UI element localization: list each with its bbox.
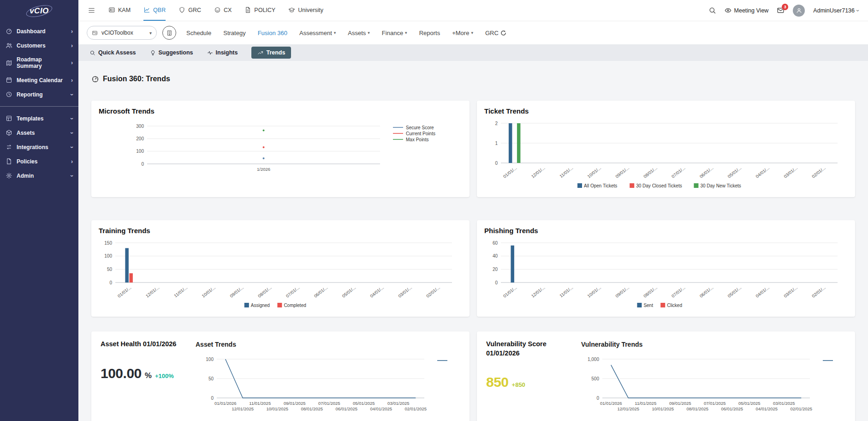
x-axis-labels: 01/01/202612/01/202511/01/202510/01/2025… [214,401,427,411]
sidebar-item-dashboard[interactable]: Dashboard › [0,24,78,38]
sidebar-item-templates[interactable]: Templates › [0,111,78,126]
svg-text:06/01/...: 06/01/... [699,285,714,299]
sidebar-item-reporting[interactable]: Reporting › [0,87,78,102]
sidebar-item-customers[interactable]: Customers › [0,38,78,53]
tab-qbr[interactable]: QBR [143,0,166,21]
hamburger-menu-icon[interactable] [88,6,95,14]
svg-text:09/01/2025: 09/01/2025 [669,401,691,406]
svg-text:0: 0 [495,280,498,285]
svg-text:1: 1 [495,141,498,146]
svg-text:02/01/2025: 02/01/2025 [790,406,812,411]
svg-text:10/01/...: 10/01/... [586,285,602,299]
svg-text:09/01/2025: 09/01/2025 [284,401,306,406]
app-logo[interactable]: vCIO [0,0,78,22]
svg-text:100: 100 [104,253,112,259]
subnav-link-schedule[interactable]: Schedule [186,30,211,36]
workspace-icon-button[interactable] [162,26,176,40]
stat-value-row: 850 +850 [486,374,581,390]
subnav-link-assessment[interactable]: Assessment▾ [299,30,336,36]
chevron-down-icon: ▾ [405,30,407,35]
page-title-text: Fusion 360: Trends [103,75,170,83]
dashboard-icon [6,28,12,35]
templates-icon [6,115,12,122]
insights-button[interactable]: Insights [207,49,238,56]
trends-button[interactable]: Trends [251,47,291,59]
chevron-right-icon: › [71,159,73,164]
subnav-link-more[interactable]: +More▾ [452,30,473,36]
sidebar-item-roadmap-summary[interactable]: Roadmap Summary › [0,53,78,73]
svg-text:08/01/...: 08/01/... [642,285,658,299]
phishing-trends-chart: 020406001/01/...12/01/...11/01/...10/01/… [484,237,848,310]
svg-text:05/01/...: 05/01/... [726,285,742,299]
quick-assess-button[interactable]: Quick Assess [89,49,136,56]
sidebar-item-meeting-calendar[interactable]: Meeting Calendar › [0,73,78,87]
sidebar-item-integrations[interactable]: Integrations › [0,140,78,154]
tab-cx[interactable]: CX [214,0,232,21]
svg-text:Secure Score: Secure Score [406,125,434,130]
microsoft-trends-card: Microsoft Trends 01002003001/2026Secure … [91,101,470,197]
notifications-button[interactable]: 3 [777,6,785,14]
sidebar-item-label: Admin [17,173,34,179]
svg-text:12/01/...: 12/01/... [530,165,546,179]
vulnerability-stat: Vulnerability Score 01/01/2026 850 +850 [484,338,581,421]
legend: SentClicked [637,303,682,308]
chart-section-title: Vulnerability Trends [581,341,848,348]
sidebar: vCIO Dashboard › Customers › Roadmap Sum… [0,0,78,421]
bar [509,123,512,163]
sidebar-item-label: Meeting Calendar [17,77,63,84]
x-axis-labels: 01/01/...12/01/...11/01/...10/01/...09/0… [502,165,826,179]
point [263,146,265,148]
svg-text:0: 0 [211,396,214,401]
svg-text:10/01/...: 10/01/... [586,165,602,179]
avatar[interactable] [793,5,805,17]
toolbox-selector[interactable]: vCIOToolbox ▾ [87,26,157,40]
chevron-down-icon: ▾ [334,30,336,35]
meeting-view-toggle[interactable]: Meeting View [725,7,769,14]
training-trends-chart: 05010015001/01/...12/01/...11/01/...10/0… [99,237,462,310]
svg-text:03/01/2025: 03/01/2025 [387,401,410,406]
tab-policy[interactable]: POLICY [244,0,275,21]
sidebar-item-assets[interactable]: Assets › [0,126,78,140]
tab-label: CX [224,7,232,13]
subnav-link-finance[interactable]: Finance▾ [382,30,407,36]
asset-health-value: 100.00 [101,366,142,381]
subnav-link-assets[interactable]: Assets▾ [348,30,370,36]
svg-text:50: 50 [208,376,214,381]
subnav-link-fusion-360[interactable]: Fusion 360 [258,30,287,36]
topbar-right: Meeting View 3 AdminUser7136 › [708,5,859,17]
tab-university[interactable]: University [288,0,323,21]
svg-text:04/01/...: 04/01/... [755,165,770,179]
suggestions-button[interactable]: Suggestions [150,49,193,56]
tab-grc[interactable]: GRC [178,0,201,21]
vulnerability-score-delta: +850 [512,381,525,388]
tab-label: KAM [118,7,131,13]
svg-text:06/01/...: 06/01/... [313,285,329,299]
chevron-down-icon: ▾ [368,30,370,35]
subnav-link-reports[interactable]: Reports [419,30,440,36]
sidebar-item-policies[interactable]: Policies › [0,154,78,168]
phishing-trends-card: Phishing Trends 020406001/01/...12/01/..… [477,220,855,317]
svg-text:12/01/...: 12/01/... [145,285,161,299]
svg-text:Assigned: Assigned [251,303,270,308]
subnav-link-strategy[interactable]: Strategy [223,30,245,36]
chevron-right-icon: › [71,78,73,83]
microsoft-trends-chart: 01002003001/2026Secure ScoreCurrent Poin… [99,118,462,178]
subnav-link-grc[interactable]: GRC [485,30,506,36]
y-axis: 050100150 [104,241,452,285]
chevron-right-icon: › [71,60,73,66]
svg-text:100: 100 [206,357,214,362]
user-menu[interactable]: AdminUser7136 › [813,7,859,14]
stat-title: Asset Health 01/01/2026 [101,340,196,349]
search-icon[interactable] [708,6,716,14]
charts-row-3: Asset Health 01/01/2026 100.00% +100% As… [91,331,855,421]
y-axis: 05001,000 [588,357,810,401]
x-axis-labels: 01/01/...12/01/...11/01/...10/01/...09/0… [117,285,441,299]
asset-health-stat: Asset Health 01/01/2026 100.00% +100% [99,338,196,421]
sidebar-item-admin[interactable]: Admin › [0,168,78,183]
notification-badge: 3 [782,4,788,10]
chevron-right-icon: › [71,43,73,48]
tab-kam[interactable]: KAM [108,0,131,21]
insights-icon [207,50,213,56]
svg-text:0: 0 [596,396,599,401]
svg-text:01/01/...: 01/01/... [502,285,518,299]
